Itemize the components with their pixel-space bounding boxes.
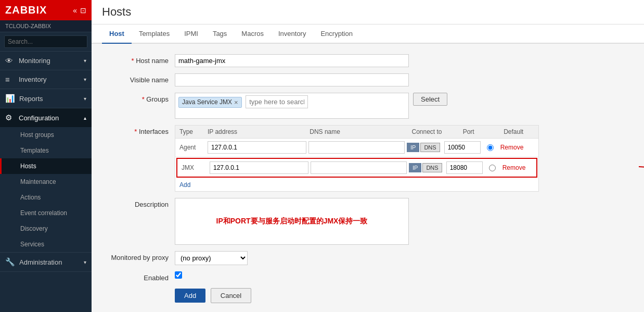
sidebar-item-services[interactable]: Services xyxy=(0,236,92,252)
enabled-control xyxy=(175,271,628,280)
description-row: Description IP和PORT要与服务启动时配置的JMX保持一致 xyxy=(107,198,628,245)
sidebar-monitoring-label: Monitoring xyxy=(19,57,50,65)
expand-icon[interactable]: ⊡ xyxy=(80,6,86,15)
jmx-interface-row: JMX IP DNS Remove xyxy=(176,158,537,178)
col-ip-header: IP address xyxy=(208,128,310,135)
sidebar-item-maintenance[interactable]: Maintenance xyxy=(0,174,92,190)
proxy-label: Monitored by proxy xyxy=(107,251,175,261)
host-name-row: Host name xyxy=(107,54,628,67)
enabled-checkbox[interactable] xyxy=(175,271,182,279)
chevron-down-icon: ▾ xyxy=(84,96,86,102)
groups-box[interactable]: Java Service JMX × xyxy=(175,93,409,119)
sidebar-search-input[interactable] xyxy=(4,35,87,48)
add-interface-container: Add xyxy=(175,179,538,191)
col-connect-header: Connect to xyxy=(412,128,463,135)
sidebar-configuration-label: Configuration xyxy=(19,114,59,122)
sidebar-item-reports[interactable]: 📊 Reports ▾ xyxy=(0,89,92,108)
visible-name-input[interactable] xyxy=(175,73,409,86)
sidebar-inventory-label: Inventory xyxy=(19,76,46,83)
agent-port-input[interactable] xyxy=(444,141,481,154)
proxy-select[interactable]: (no proxy) xyxy=(175,251,248,265)
visible-name-row: Visible name xyxy=(107,73,628,86)
chevron-down-icon: ▾ xyxy=(84,77,86,82)
proxy-row: Monitored by proxy (no proxy) xyxy=(107,251,628,265)
description-annotation-text: IP和PORT要与服务启动时配置的JMX保持一致 xyxy=(216,217,368,226)
sidebar-section-configuration: ⚙ Configuration ▴ Host groups Templates … xyxy=(0,108,92,253)
jmx-remove-link[interactable]: Remove xyxy=(503,164,526,171)
sidebar-logo: ZABBIX xyxy=(5,4,47,16)
cancel-button[interactable]: Cancel xyxy=(211,288,251,303)
agent-dns-input[interactable] xyxy=(308,141,405,154)
col-default-header: Default xyxy=(504,128,534,135)
page-title: Hosts xyxy=(102,5,634,19)
administration-icon: 🔧 xyxy=(5,257,15,267)
jmx-type-label: JMX xyxy=(182,164,208,171)
col-type-header: Type xyxy=(179,128,208,135)
chevron-up-icon: ▴ xyxy=(84,115,86,121)
reports-icon: 📊 xyxy=(5,94,15,103)
host-name-label: Host name xyxy=(107,54,175,65)
tab-ipmi[interactable]: IPMI xyxy=(177,24,205,44)
tab-inventory[interactable]: Inventory xyxy=(271,24,313,44)
agent-dns-button[interactable]: DNS xyxy=(420,143,440,152)
action-buttons-row: Add Cancel xyxy=(107,288,628,303)
sidebar-item-inventory[interactable]: ≡ Inventory ▾ xyxy=(0,70,92,89)
collapse-icon[interactable]: « xyxy=(73,6,77,15)
enabled-label: Enabled xyxy=(107,271,175,282)
sidebar-item-templates[interactable]: Templates xyxy=(0,143,92,158)
sidebar-item-discovery[interactable]: Discovery xyxy=(0,221,92,236)
add-button[interactable]: Add xyxy=(175,289,205,303)
jmx-default-radio-input[interactable] xyxy=(489,165,496,171)
sidebar-administration-label: Administration xyxy=(19,258,62,266)
groups-label: Groups xyxy=(107,93,175,103)
action-buttons-control: Add Cancel xyxy=(175,288,628,303)
col-port-header: Port xyxy=(463,128,504,135)
jmx-connect-buttons: IP DNS xyxy=(409,163,442,172)
sidebar-reports-label: Reports xyxy=(19,95,43,103)
page-header: Hosts xyxy=(92,0,644,24)
tab-templates[interactable]: Templates xyxy=(132,24,177,44)
agent-default-radio xyxy=(483,144,498,151)
agent-default-radio-input[interactable] xyxy=(487,144,494,151)
agent-ip-button[interactable]: IP xyxy=(407,143,419,152)
host-name-input[interactable] xyxy=(175,54,409,67)
tab-encryption[interactable]: Encryption xyxy=(313,24,359,44)
select-button[interactable]: Select xyxy=(413,93,447,106)
tab-tags[interactable]: Tags xyxy=(205,24,234,44)
configuration-icon: ⚙ xyxy=(5,113,15,122)
sidebar-section-administration: 🔧 Administration ▾ xyxy=(0,253,92,272)
sidebar-item-actions[interactable]: Actions xyxy=(0,190,92,205)
tab-bar: Host Templates IPMI Tags Macros Inventor… xyxy=(92,24,644,44)
sidebar-item-hosts[interactable]: Hosts xyxy=(0,158,92,174)
interfaces-row: Interfaces Type IP address DNS name Conn… xyxy=(107,125,628,192)
sidebar-item-event-correlation[interactable]: Event correlation xyxy=(0,205,92,221)
group-tag-remove[interactable]: × xyxy=(234,98,238,106)
sidebar: ZABBIX « ⊡ TCLOUD-ZABBIX 👁 Monitoring ▾ … xyxy=(0,0,92,312)
agent-ip-input[interactable] xyxy=(208,141,306,154)
sidebar-item-administration[interactable]: 🔧 Administration ▾ xyxy=(0,253,92,271)
agent-remove-link[interactable]: Remove xyxy=(500,144,524,151)
jmx-port-input[interactable] xyxy=(446,161,483,174)
sidebar-tenant: TCLOUD-ZABBIX xyxy=(0,20,92,32)
description-control: IP和PORT要与服务启动时配置的JMX保持一致 xyxy=(175,198,628,245)
visible-name-control xyxy=(175,73,628,86)
sidebar-item-configuration[interactable]: ⚙ Configuration ▴ xyxy=(0,108,92,127)
group-tag-java-service-jmx: Java Service JMX × xyxy=(178,97,242,108)
interfaces-control: Type IP address DNS name Connect to Port… xyxy=(175,125,628,192)
description-box[interactable]: IP和PORT要与服务启动时配置的JMX保持一致 xyxy=(175,198,409,245)
sidebar-item-monitoring[interactable]: 👁 Monitoring ▾ xyxy=(0,52,92,70)
jmx-ip-input[interactable] xyxy=(210,161,308,174)
jmx-ip-button[interactable]: IP xyxy=(409,163,421,172)
jmx-dns-input[interactable] xyxy=(311,161,407,174)
tab-macros[interactable]: Macros xyxy=(234,24,271,44)
tab-host[interactable]: Host xyxy=(102,24,132,44)
agent-interface-row: Agent IP DNS Remove xyxy=(175,139,538,157)
col-dns-header: DNS name xyxy=(310,128,411,135)
groups-control: Java Service JMX × Select xyxy=(175,93,628,119)
agent-connect-buttons: IP DNS xyxy=(407,143,440,152)
add-interface-link[interactable]: Add xyxy=(175,179,195,191)
jmx-dns-button[interactable]: DNS xyxy=(422,163,442,172)
groups-search-input[interactable] xyxy=(246,95,308,108)
sidebar-item-host-groups[interactable]: Host groups xyxy=(0,127,92,143)
enabled-row: Enabled xyxy=(107,271,628,282)
